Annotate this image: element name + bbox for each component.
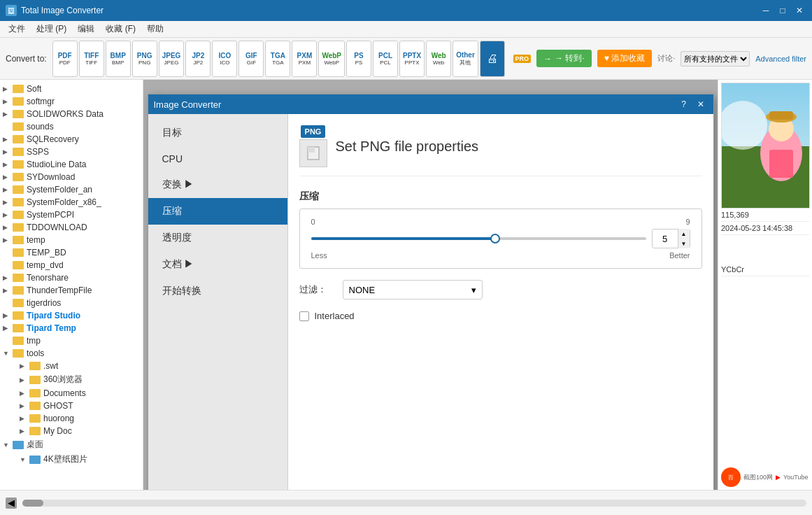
format-web[interactable]: WebWeb — [426, 41, 451, 77]
format-print[interactable]: 🖨 — [480, 41, 505, 77]
status-bar: ◀ — [0, 490, 812, 515]
format-tiff[interactable]: TIFFTIFF — [79, 41, 104, 77]
tree-item-desktop[interactable]: ▼ 桌面 — [0, 437, 143, 452]
tree-item-tddownload[interactable]: ▶ TDDOWNLOAD — [0, 221, 143, 234]
goto-icon: → — [543, 54, 552, 64]
tree-item-ssps[interactable]: ▶ SSPS — [0, 146, 143, 158]
tree-item-sounds[interactable]: sounds — [0, 120, 143, 133]
tree-item-systemfolder-an[interactable]: ▶ SystemFolder_an — [0, 183, 143, 196]
menu-edit[interactable]: 编辑 — [72, 22, 100, 36]
spinner-down[interactable]: ▼ — [678, 239, 690, 248]
main-layout: ▶ Soft ▶ softmgr ▶ SOLIDWORKS Data sound… — [0, 80, 812, 490]
format-pdf[interactable]: PDFPDF — [52, 41, 78, 77]
nav-item-compression[interactable]: 压缩 — [148, 198, 287, 225]
nav-item-transparency[interactable]: 透明度 — [148, 225, 287, 251]
nav-item-cpu[interactable]: CPU — [148, 146, 287, 171]
tree-item-sydownload[interactable]: ▶ SYDownload — [0, 171, 143, 183]
tree-item-tigerdrios[interactable]: tigerdrios — [0, 297, 143, 309]
tree-item-360browser[interactable]: ▶ 360浏览器 — [0, 372, 143, 387]
colorspace-row: YCbCr — [721, 263, 809, 276]
format-pcl[interactable]: PCLPCL — [373, 41, 398, 77]
filter-row: 过滤： NONE ▾ — [299, 280, 702, 299]
folder-icon — [13, 248, 24, 257]
format-jpeg[interactable]: JPEGJPEG — [159, 41, 185, 77]
interlaced-checkbox[interactable] — [299, 311, 309, 321]
horizontal-scrollbar[interactable] — [22, 500, 806, 507]
maximize-button[interactable]: □ — [776, 3, 790, 17]
tree-item-ghost[interactable]: ▶ GHOST — [0, 400, 143, 412]
folder-icon — [13, 299, 24, 307]
tree-item-swt[interactable]: ▶ .swt — [0, 360, 143, 372]
folder-icon — [13, 110, 24, 118]
bookmark-button[interactable]: ♥ 添加收藏 — [597, 50, 652, 67]
tree-item-tenorshare[interactable]: ▶ Tenorshare — [0, 271, 143, 284]
tree-item-solidworks[interactable]: ▶ SOLIDWORKS Data — [0, 108, 143, 120]
nav-item-document[interactable]: 文档 ▶ — [148, 251, 287, 278]
tree-item-systemfolder-x86[interactable]: ▶ SystemFolder_x86_ — [0, 196, 143, 209]
format-png[interactable]: PNGPNG — [132, 41, 157, 77]
format-gif[interactable]: GIFGIF — [238, 41, 264, 77]
folder-icon — [13, 349, 24, 358]
tree-item-softmgr[interactable]: ▶ softmgr — [0, 95, 143, 108]
scroll-thumb[interactable] — [22, 500, 43, 507]
dialog-close-button[interactable]: ✕ — [694, 97, 708, 111]
filter-select[interactable]: NONE ▾ — [343, 280, 483, 299]
goto-button[interactable]: → → 转到· — [536, 50, 592, 67]
minimize-button[interactable]: ─ — [759, 3, 773, 17]
svg-rect-9 — [769, 150, 793, 178]
slider-thumb[interactable] — [490, 234, 500, 244]
convert-label: Convert to: — [6, 54, 47, 64]
menu-file[interactable]: 文件 — [3, 22, 31, 36]
tree-item-tempdvd[interactable]: temp_dvd — [0, 259, 143, 271]
dialog-nav: 目标 CPU 变换 ▶ 压缩 透明度 — [148, 114, 288, 490]
date-row: 2024-05-23 14:45:38 — [721, 222, 809, 235]
tree-item-soft[interactable]: ▶ Soft — [0, 83, 143, 95]
spinner-input[interactable]: 5 ▲ ▼ — [652, 229, 690, 248]
compression-title: 压缩 — [299, 190, 702, 203]
format-pxm[interactable]: PXMPXM — [292, 41, 317, 77]
tree-item-tempbd[interactable]: TEMP_BD — [0, 246, 143, 259]
file-tree[interactable]: ▶ Soft ▶ softmgr ▶ SOLIDWORKS Data sound… — [0, 80, 143, 490]
spinner-value: 5 — [653, 234, 678, 244]
nav-item-target[interactable]: 目标 — [148, 120, 287, 146]
menu-process[interactable]: 处理 (P) — [31, 22, 72, 36]
chevron-down-icon: ▾ — [471, 285, 476, 295]
filter-label: 过滤： — [299, 283, 334, 296]
spinner-up[interactable]: ▲ — [678, 229, 690, 239]
advanced-filter-link[interactable]: Advanced filter — [755, 55, 806, 63]
file-filter-select[interactable]: 所有支持的文件 — [681, 51, 750, 66]
slider-track[interactable] — [311, 237, 646, 240]
format-webp[interactable]: WebPWebP — [318, 41, 345, 77]
tree-item-sqlrecovery[interactable]: ▶ SQLRecovery — [0, 133, 143, 146]
tree-item-thundertempfile[interactable]: ▶ ThunderTempFile — [0, 284, 143, 297]
nav-item-start-convert[interactable]: 开始转换 — [148, 278, 287, 304]
nav-left-icon[interactable]: ◀ — [6, 498, 17, 509]
close-button[interactable]: ✕ — [792, 3, 806, 17]
tree-item-tmp[interactable]: tmp — [0, 334, 143, 347]
menu-bar: 文件 处理 (P) 编辑 收藏 (F) 帮助 — [0, 21, 812, 38]
tree-item-studioline[interactable]: ▶ StudioLine Data — [0, 158, 143, 171]
format-tga[interactable]: TGATGA — [265, 41, 290, 77]
format-pptx[interactable]: PPTXPPTX — [399, 41, 425, 77]
toolbar: Convert to: PDFPDF TIFFTIFF BMPBMP PNGPN… — [0, 38, 812, 80]
format-other[interactable]: Other其他 — [453, 41, 478, 77]
tree-item-4kwallpaper[interactable]: ▼ 4K壁纸图片 — [0, 452, 143, 467]
nav-item-transform[interactable]: 变换 ▶ — [148, 171, 287, 198]
menu-bookmarks[interactable]: 收藏 (F) — [100, 22, 141, 36]
tree-item-temp[interactable]: ▶ temp — [0, 234, 143, 246]
format-ico[interactable]: ICOICO — [212, 41, 237, 77]
dialog-help-button[interactable]: ? — [677, 97, 691, 111]
tree-item-tipard-studio[interactable]: ▶ Tipard Studio — [0, 309, 143, 322]
tree-item-mydoc[interactable]: ▶ My Doc — [0, 425, 143, 437]
tree-item-systempcpi[interactable]: ▶ SystemPCPI — [0, 209, 143, 221]
tree-item-tipard-temp[interactable]: ▶ Tipard Temp — [0, 322, 143, 334]
format-bmp[interactable]: BMPBMP — [106, 41, 131, 77]
format-ps[interactable]: PSPS — [346, 41, 371, 77]
tree-item-huorong[interactable]: ▶ huorong — [0, 412, 143, 425]
tree-item-tools[interactable]: ▼ tools — [0, 347, 143, 360]
dialog-title-buttons: ? ✕ — [677, 97, 708, 111]
format-jp2[interactable]: JP2JP2 — [185, 41, 211, 77]
tree-item-documents[interactable]: ▶ Documents — [0, 387, 143, 400]
interlaced-label: Interlaced — [315, 311, 355, 321]
menu-help[interactable]: 帮助 — [141, 22, 169, 36]
